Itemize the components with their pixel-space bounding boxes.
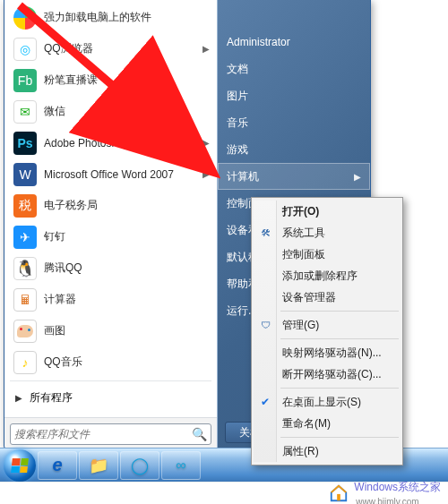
program-item[interactable]: Ps Adobe Photoshop CS6 ▶ (4, 127, 217, 158)
program-label: 画图 (44, 323, 210, 338)
ctx-open[interactable]: 打开(O) (254, 201, 401, 222)
program-label: 强力卸载电脑上的软件 (44, 10, 210, 25)
program-item[interactable]: W Microsoft Office Word 2007 ▶ (4, 158, 217, 190)
house-icon (329, 483, 349, 503)
all-programs-label: 所有程序 (30, 390, 73, 406)
ctx-label: 控制面板 (282, 247, 325, 262)
program-label: Adobe Photoshop CS6 (44, 137, 202, 149)
program-item[interactable]: ♪ QQ音乐 (4, 346, 217, 378)
ctx-label: 断开网络驱动器(C)... (282, 367, 382, 382)
right-item-music[interactable]: 音乐 (218, 109, 370, 136)
windows-flag-icon (11, 458, 29, 473)
search-row: 🔍 (4, 417, 217, 450)
submenu-arrow-icon: ▶ (202, 169, 210, 179)
paint-icon (13, 320, 37, 343)
triangle-right-icon: ▶ (15, 393, 22, 403)
search-input[interactable] (14, 428, 192, 440)
ctx-system-tools[interactable]: 🛠 系统工具 (254, 222, 401, 243)
tax-icon: 税 (13, 194, 37, 218)
photoshop-icon: Ps (13, 132, 37, 155)
ctx-label: 映射网络驱动器(N)... (282, 346, 382, 361)
infinity-app-icon: ∞ (176, 457, 185, 474)
start-orb[interactable] (4, 449, 36, 482)
check-icon: ✔ (258, 395, 272, 409)
separator (10, 380, 211, 381)
ctx-label: 属性(R) (282, 444, 319, 459)
submenu-arrow-icon: ▶ (202, 138, 210, 148)
submenu-arrow-icon: ▶ (202, 44, 210, 54)
program-label: 粉笔直播课 (44, 73, 210, 88)
program-item[interactable]: 税 电子税务局 (4, 190, 217, 221)
taskbar-app-1[interactable]: ◯ (120, 451, 159, 480)
tools-icon: 🛠 (258, 226, 272, 240)
ctx-label: 添加或删除程序 (282, 269, 358, 284)
program-item[interactable]: Fb 粉笔直播课 (4, 64, 217, 96)
program-item[interactable]: ◎ QQ浏览器 ▶ (4, 33, 217, 64)
ctx-rename[interactable]: 重命名(M) (254, 413, 401, 434)
wechat-icon: ✉ (13, 100, 37, 124)
separator (280, 338, 399, 339)
ie-icon: e (52, 455, 62, 475)
dingtalk-icon: ✈ (13, 226, 37, 249)
search-box[interactable]: 🔍 (10, 423, 211, 445)
program-label: Microsoft Office Word 2007 (44, 168, 202, 181)
ctx-disconnect-drive[interactable]: 断开网络驱动器(C)... (254, 363, 401, 385)
program-item[interactable]: ✈ 钉钉 (4, 221, 217, 252)
program-label: 腾讯QQ (44, 261, 210, 276)
taskbar-app-2[interactable]: ∞ (161, 451, 201, 480)
right-item-documents[interactable]: 文档 (218, 56, 370, 82)
watermark-strip: Windows系统之家 www.bjjmlv.com (0, 482, 448, 504)
ctx-label: 打开(O) (282, 204, 319, 219)
ctx-control-panel[interactable]: 控制面板 (254, 243, 401, 265)
ctx-label: 重命名(M) (282, 416, 331, 431)
qq-music-icon: ♪ (13, 351, 37, 374)
ctx-label: 设备管理器 (282, 290, 336, 305)
user-name[interactable]: Administrator (218, 29, 370, 56)
search-icon: 🔍 (192, 427, 207, 441)
program-item[interactable]: ✉ 微信 (4, 96, 217, 127)
separator (280, 311, 399, 312)
ctx-show-on-desktop[interactable]: ✔ 在桌面上显示(S) (254, 391, 401, 413)
ctx-manage[interactable]: 🛡 管理(G) (254, 314, 401, 336)
program-item[interactable]: 🖩 计算器 (4, 284, 217, 315)
right-item-computer[interactable]: 计算机 ▶ (218, 163, 370, 190)
right-item-pictures[interactable]: 图片 (218, 82, 370, 109)
circle-app-icon: ◯ (131, 456, 149, 475)
shield-icon: 🛡 (258, 318, 272, 332)
word-icon: W (13, 163, 37, 186)
program-item[interactable]: 画图 (4, 315, 217, 346)
watermark-url: www.bjjmlv.com (356, 497, 418, 505)
svg-rect-2 (337, 494, 340, 500)
watermark-title: Windows系统之家 (354, 481, 441, 493)
ctx-map-drive[interactable]: 映射网络驱动器(N)... (254, 342, 401, 363)
separator (280, 437, 399, 438)
program-item[interactable]: 强力卸载电脑上的软件 (4, 2, 217, 33)
start-menu-left-pane: 强力卸载电脑上的软件 ◎ QQ浏览器 ▶ Fb 粉笔直播课 ✉ 微信 Ps Ad… (4, 0, 218, 450)
taskbar-explorer[interactable]: 📁 (79, 451, 118, 480)
submenu-arrow-icon: ▶ (354, 172, 361, 182)
ctx-add-remove[interactable]: 添加或删除程序 (254, 265, 401, 286)
folder-icon: 📁 (89, 456, 108, 475)
ctx-device-manager[interactable]: 设备管理器 (254, 286, 401, 308)
ctx-label: 在桌面上显示(S) (282, 395, 361, 410)
program-label: 微信 (44, 104, 210, 119)
all-programs-button[interactable]: ▶ 所有程序 (4, 384, 217, 411)
program-list: 强力卸载电脑上的软件 ◎ QQ浏览器 ▶ Fb 粉笔直播课 ✉ 微信 Ps Ad… (4, 0, 217, 417)
ctx-label: 管理(G) (282, 318, 319, 333)
program-label: QQ浏览器 (44, 41, 202, 56)
context-menu: 打开(O) 🛠 系统工具 控制面板 添加或删除程序 设备管理器 🛡 管理(G) … (251, 197, 403, 466)
uninstall-icon (13, 6, 37, 30)
program-item[interactable]: 🐧 腾讯QQ (4, 252, 217, 284)
qq-browser-icon: ◎ (13, 38, 37, 61)
qq-icon: 🐧 (13, 257, 37, 280)
program-label: QQ音乐 (44, 355, 210, 370)
taskbar-ie[interactable]: e (38, 451, 77, 480)
program-label: 钉钉 (44, 229, 210, 244)
ctx-properties[interactable]: 属性(R) (254, 440, 401, 462)
right-item-games[interactable]: 游戏 (218, 136, 370, 163)
program-label: 计算器 (44, 292, 210, 307)
ctx-label: 系统工具 (282, 226, 325, 241)
fenbi-icon: Fb (13, 69, 37, 92)
calculator-icon: 🖩 (13, 288, 37, 312)
separator (280, 388, 399, 389)
